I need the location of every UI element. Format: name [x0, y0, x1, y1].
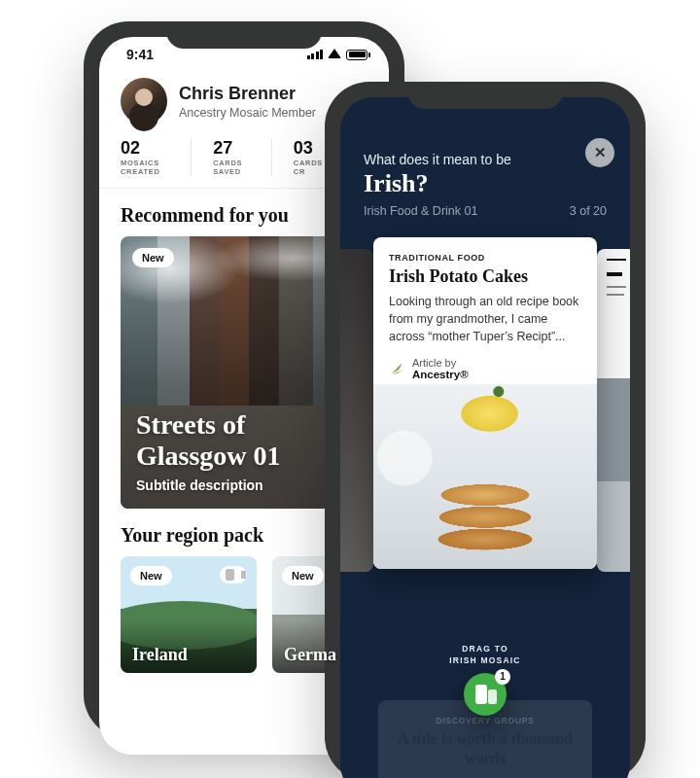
discovery-pretitle: What does it mean to be: [364, 152, 607, 167]
stat-label: CARDS CR: [294, 159, 323, 176]
stat-label: CARDS SAVED: [213, 159, 248, 176]
stat-mosaics[interactable]: 02 MOSAICS CREATED: [121, 138, 192, 176]
profile-role: Ancestry Mosaic Member: [179, 106, 316, 120]
badge-new: New: [132, 248, 174, 267]
status-time: 9:41: [126, 47, 154, 62]
profile-name: Chris Brenner: [179, 84, 316, 104]
card-image: [373, 384, 597, 569]
wifi-icon: [328, 49, 341, 58]
card-excerpt: Looking through an old recipe book from …: [373, 293, 597, 357]
discovery-subtitle: Irish Food & Drink 01: [364, 204, 477, 218]
badge-new: New: [282, 566, 324, 585]
discovery-title: Irish?: [364, 169, 607, 198]
mosaic-count-badge: 1: [495, 669, 510, 685]
stat-cards-saved[interactable]: 27 CARDS SAVED: [213, 138, 272, 176]
battery-icon: [346, 50, 368, 60]
stat-num: 02: [121, 138, 167, 159]
region-pack-ireland[interactable]: New Ireland: [121, 556, 257, 673]
close-icon: ✕: [594, 144, 607, 160]
badge-new: New: [130, 566, 172, 585]
recommend-card-title: Streets of Glassgow 01: [136, 409, 352, 472]
avatar[interactable]: [121, 78, 167, 124]
card-category: TRADITIONAL FOOD: [373, 237, 597, 266]
region-pack-name: Germa: [284, 645, 336, 665]
profile-text: Chris Brenner Ancestry Mosaic Member: [179, 84, 316, 120]
drag-label-line2: IRISH MOSAIC: [340, 655, 630, 665]
status-icons: [307, 50, 368, 60]
stat-label: MOSAICS CREATED: [121, 159, 167, 176]
cellular-icon: [307, 50, 324, 59]
discovery-counter: 3 of 20: [570, 204, 607, 218]
card-title: Irish Potato Cakes: [373, 266, 597, 293]
mosaic-drop-target[interactable]: 1: [464, 673, 507, 716]
notch: [166, 21, 322, 49]
byline-pre: Article by: [412, 357, 456, 369]
discovery-subrow: Irish Food & Drink 01 3 of 20: [364, 204, 607, 218]
card-byline: Article by Ancestry®: [373, 357, 597, 384]
stat-num: 27: [213, 138, 248, 159]
discovery-card[interactable]: TRADITIONAL FOOD Irish Potato Cakes Look…: [373, 237, 597, 569]
close-button[interactable]: ✕: [585, 138, 614, 167]
notch: [407, 82, 563, 109]
recommend-card-subtitle: Subtitle description: [136, 477, 352, 493]
mosaic-chip-icon: [220, 566, 247, 584]
region-pack-name: Ireland: [132, 645, 188, 665]
stat-num: 03: [294, 138, 323, 159]
drag-footer: DRAG TO IRISH MOSAIC 1 DISCOVERY GROUPS …: [340, 644, 630, 778]
screen-right: ✕ What does it mean to be Irish? Irish F…: [340, 97, 630, 778]
drag-label-line1: DRAG TO: [340, 644, 630, 654]
carousel-next-peek[interactable]: [597, 249, 630, 572]
ghost-card-category: DISCOVERY GROUPS: [396, 716, 575, 725]
card-carousel[interactable]: TRADITIONAL FOOD Irish Potato Cakes Look…: [340, 237, 630, 585]
recommend-card-text: Streets of Glassgow 01 Subtitle descript…: [136, 409, 352, 493]
ghost-card-title: A title is worth a thousand words: [396, 729, 575, 768]
card-byline-text: Article by Ancestry®: [412, 357, 469, 380]
phone-frame-right: ✕ What does it mean to be Irish? Irish F…: [325, 82, 646, 778]
byline-brand: Ancestry®: [412, 369, 469, 380]
ancestry-leaf-icon: [389, 361, 404, 376]
